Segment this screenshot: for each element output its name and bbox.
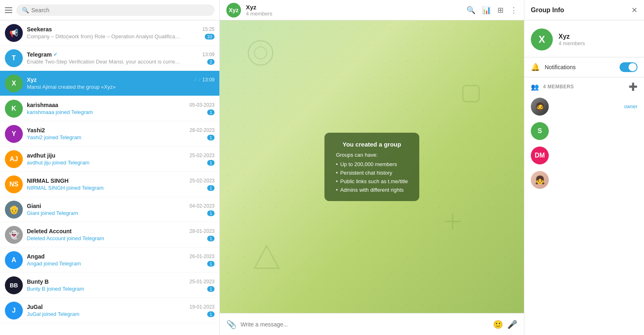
chat-bottom: karishmaaa joined Telegram 1 [27,109,215,115]
member-item[interactable]: DM [524,143,644,168]
welcome-list: Up to 200,000 membersPersistent chat his… [336,161,408,193]
member-item[interactable]: 🧔 owner [524,94,644,119]
doodle-2 [459,81,483,106]
chat-item[interactable]: J JuGal 19-01-2023 JuGal joined Telegram… [0,298,219,323]
chat-bottom: Deleted Account joined Telegram 1 [27,235,215,241]
chat-time: 25-02-2023 [190,178,215,184]
message-input-bar: 📎 🙂 🎤 [220,313,524,335]
welcome-point: Public links such as t.me/title [336,178,408,184]
chat-preview: NIRMAL SINGH joined Telegram [27,185,104,191]
member-item[interactable]: 👧 [524,168,644,192]
chat-item[interactable]: NS NIRMAL SINGH 25-02-2023 NIRMAL SINGH … [0,172,219,197]
chat-time: 13:09 [202,52,215,57]
welcome-title: You created a group [336,141,408,148]
chat-item[interactable]: 👴 Giani 04-02-2023 Giani joined Telegram… [0,197,219,222]
svg-marker-3 [254,246,279,268]
badge: 1 [207,286,215,292]
chat-preview: Enable Two-Step Verification Dear Mansi,… [27,59,182,65]
emoji-icon[interactable]: 🙂 [493,320,503,329]
avatar: K [5,100,23,118]
chat-name: avdhut jiju [27,152,55,159]
chat-content: Angad 26-01-2023 Angad joined Telegram 1 [27,253,215,267]
chat-top: avdhut jiju 25-02-2023 [27,152,215,159]
chat-time: 25-02-2023 [190,153,215,158]
chat-top: karishmaaa 05-03-2023 [27,102,215,108]
avatar: 📢 [5,24,23,42]
close-button[interactable]: ✕ [631,6,637,15]
chat-time: 05-03-2023 [190,102,215,108]
chat-bottom: NIRMAL SINGH joined Telegram 1 [27,185,215,191]
chat-top: Giani 04-02-2023 [27,203,215,209]
chat-bottom: Giani joined Telegram 1 [27,210,215,216]
mic-icon[interactable]: 🎤 [507,320,517,329]
chat-content: avdhut jiju 25-02-2023 avdhut jiju joine… [27,152,215,166]
notifications-toggle[interactable] [620,62,637,72]
chat-preview: Angad joined Telegram [27,261,81,267]
chat-bottom: JuGal joined Telegram 1 [27,311,215,317]
svg-point-0 [248,41,273,65]
member-avatar: 👧 [531,171,549,189]
chat-top: JuGal 19-01-2023 [27,304,215,310]
chat-name: Yashi2 [27,127,45,134]
chat-name: Telegram ✓ [27,51,57,58]
chat-item[interactable]: A Angad 26-01-2023 Angad joined Telegram… [0,247,219,273]
chat-bottom: Bunty B joined Telegram 1 [27,286,215,292]
group-info-title: Group Info [531,7,564,14]
chat-bottom: Angad joined Telegram 1 [27,261,215,267]
chat-item[interactable]: T Telegram ✓ 13:09 Enable Two-Step Verif… [0,46,219,71]
chat-preview: karishmaaa joined Telegram [27,109,93,115]
more-icon[interactable]: ⋮ [510,6,517,15]
add-member-button[interactable]: ➕ [629,82,637,91]
search-icon[interactable]: 🔍 [467,6,475,15]
doodle-4 [442,211,463,232]
poll-icon[interactable]: 📊 [482,6,491,15]
badge: 1 [207,311,215,317]
badge: 1 [207,135,215,140]
avatar: AJ [5,150,23,168]
doodle-3 [252,244,281,272]
attach-icon[interactable]: 📎 [226,320,237,329]
chat-content: Seekeras 15:25 Company – Ditto(work from… [27,26,215,39]
chat-top: Deleted Account 28-01-2023 [27,228,215,234]
column-icon[interactable]: ⊞ [497,6,504,15]
sidebar-header: 🔍 [0,0,219,20]
chat-item[interactable]: BB Bunty B 25-01-2023 Bunty B joined Tel… [0,273,219,298]
group-profile: X Xyz 4 members [524,20,644,57]
chat-bottom: avdhut jiju joined Telegram 1 [27,160,215,166]
svg-point-1 [254,47,267,59]
search-input[interactable] [31,7,209,13]
chat-content: Xyz ✓✓13:09 Mansi Ajimal created the gro… [27,77,215,90]
chat-name: Angad [27,253,45,260]
badge: 1 [207,210,215,216]
member-item[interactable]: S [524,119,644,143]
chat-content: karishmaaa 05-03-2023 karishmaaa joined … [27,102,215,115]
chat-bottom: Company – Ditto(work from) Role – Operat… [27,33,215,39]
chat-top: Seekeras 15:25 [27,26,215,33]
chat-name: Bunty B [27,278,49,285]
chat-content: NIRMAL SINGH 25-02-2023 NIRMAL SINGH joi… [27,177,215,191]
members-icon: 👥 [531,83,539,91]
search-box[interactable]: 🔍 [16,4,215,16]
chat-background: You created a group Groups can have: Up … [220,20,524,313]
chat-time: 15:25 [202,26,215,32]
welcome-subtitle: Groups can have: [336,152,408,158]
chat-bottom: Mansi Ajimal created the group «Xyz» [27,84,215,90]
menu-button[interactable] [5,7,12,13]
chat-preview: Mansi Ajimal created the group «Xyz» [27,84,116,90]
badge: 2 [207,59,215,65]
chat-header-avatar: Xyz [226,3,241,18]
chat-item[interactable]: Y Yashi2 28-02-2023 Yashi2 joined Telegr… [0,121,219,147]
chat-item[interactable]: 👻 Deleted Account 28-01-2023 Deleted Acc… [0,222,219,247]
badge: 10 [205,34,215,39]
members-count-label: 4 MEMBERS [543,84,624,90]
members-header: 👥 4 MEMBERS ➕ [524,77,644,94]
chat-item[interactable]: AJ avdhut jiju 25-02-2023 avdhut jiju jo… [0,147,219,172]
chat-title: Xyz [246,4,462,11]
message-input[interactable] [241,321,489,328]
chat-item[interactable]: X Xyz ✓✓13:09 Mansi Ajimal created the g… [0,71,219,96]
chat-time: 28-01-2023 [190,228,215,234]
chat-item[interactable]: K karishmaaa 05-03-2023 karishmaaa joine… [0,96,219,121]
chat-item[interactable]: 📢 Seekeras 15:25 Company – Ditto(work fr… [0,20,219,46]
chat-name: NIRMAL SINGH [27,177,68,184]
chat-content: Yashi2 28-02-2023 Yashi2 joined Telegram… [27,127,215,140]
